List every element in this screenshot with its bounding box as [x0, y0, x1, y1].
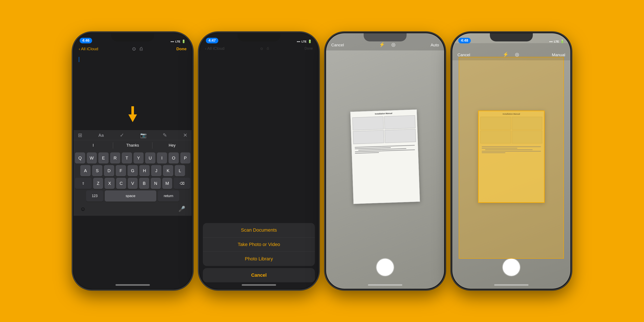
key-space[interactable]: space [105, 190, 156, 202]
phone-2: 4:47 ▪▪▪ LTE 🔋 ‹ All iCloud ⊙ ⎙ [199, 32, 319, 290]
key-x[interactable]: X [104, 178, 115, 189]
home-indicator-4 [494, 284, 528, 286]
key-a[interactable]: A [80, 165, 90, 176]
action-photo-library[interactable]: Photo Library [203, 252, 315, 266]
key-s[interactable]: S [92, 165, 102, 176]
phone-4: 4:48 ▪▪▪ LTE 🔋 Cancel ⚡ ◎ Manual [451, 32, 572, 290]
key-delete[interactable]: ⌫ [174, 178, 190, 189]
emoji-icon[interactable]: ☺ [80, 206, 86, 212]
camera-cancel-4[interactable]: Cancel [458, 52, 470, 57]
action-sheet: Scan Documents Take Photo or Video Photo… [203, 223, 315, 282]
filter-icon-4[interactable]: ◎ [515, 52, 519, 57]
all-icloud-label[interactable]: All iCloud [81, 46, 98, 51]
flash-icon-4[interactable]: ⚡ [503, 52, 508, 57]
battery-icon-4: 🔋 [560, 40, 564, 43]
key-k[interactable]: K [163, 165, 173, 176]
status-icons-4: ▪▪▪ LTE 🔋 [549, 40, 564, 43]
nav-icons-1: ⊙ ⎙ [132, 46, 142, 52]
time-1: 4:46 [80, 38, 92, 43]
key-b[interactable]: B [139, 178, 149, 189]
signal-icon-2: ▪▪▪ [297, 40, 300, 43]
table-icon[interactable]: ⊞ [78, 132, 82, 138]
key-e[interactable]: E [98, 152, 108, 164]
action-scan-documents[interactable]: Scan Documents [203, 223, 315, 238]
status-icons-1: ▪▪▪ LTE 🔋 [170, 40, 186, 43]
action-cancel-button[interactable]: Cancel [203, 268, 315, 282]
key-p[interactable]: P [180, 152, 190, 164]
key-123[interactable]: 123 [86, 190, 103, 202]
key-h[interactable]: H [139, 165, 150, 176]
nav-icons-2: ⊙ ⎙ [260, 46, 269, 51]
battery-icon-2: 🔋 [308, 40, 312, 43]
doc-container-3: Installation Manual [339, 59, 431, 254]
lte-icon-4: LTE [554, 40, 559, 43]
key-i[interactable]: I [157, 152, 167, 164]
close-toolbar-icon[interactable]: ✕ [183, 132, 188, 138]
checklist-icon[interactable]: ✓ [120, 132, 124, 138]
key-u[interactable]: U [145, 152, 156, 164]
camera-icons-3: ⚡ ◎ [379, 42, 396, 48]
predictive-bar: I Thanks Hey [74, 140, 192, 151]
phone1-screen: 4:46 ▪▪▪ LTE 🔋 ‹ All iCloud ⊙ ⎙ [74, 33, 192, 289]
nav-back-2: ‹ All iCloud [205, 46, 224, 51]
phone2-screen: 4:47 ▪▪▪ LTE 🔋 ‹ All iCloud ⊙ ⎙ [200, 33, 318, 289]
key-q[interactable]: Q [75, 152, 85, 164]
flash-icon-3[interactable]: ⚡ [379, 42, 385, 48]
action-sheet-main: Scan Documents Take Photo or Video Photo… [203, 223, 315, 266]
notes-content-1[interactable] [74, 55, 192, 65]
keyboard-row-2: A S D F G H J K L [75, 165, 190, 176]
camera-toolbar-icon[interactable]: 📷 [140, 132, 146, 138]
key-shift[interactable]: ⇧ [75, 178, 92, 189]
nav-back-1[interactable]: ‹ All iCloud [79, 46, 98, 51]
home-indicator-3 [368, 284, 402, 286]
camera-mode-3[interactable]: Auto [430, 43, 439, 48]
phones-container: 4:46 ▪▪▪ LTE 🔋 ‹ All iCloud ⊙ ⎙ [72, 32, 572, 290]
home-indicator-2 [242, 284, 276, 286]
key-r[interactable]: R [110, 152, 120, 164]
key-return[interactable]: return [158, 190, 179, 202]
chevron-left-icon: ‹ [79, 46, 80, 51]
shutter-container-4 [503, 259, 520, 276]
key-l[interactable]: L [175, 165, 185, 176]
predictive-thanks[interactable]: Thanks [113, 142, 153, 148]
camera-icons-4: ⚡ ◎ [503, 52, 519, 57]
emoji-bar: ☺ 🎤 [75, 203, 190, 214]
key-z[interactable]: Z [93, 178, 103, 189]
keyboard-toolbar: ⊞ Aa ✓ 📷 ✎ ✕ [74, 130, 192, 140]
key-c[interactable]: C [116, 178, 126, 189]
time-4: 4:48 [458, 38, 471, 43]
camera-mode-4[interactable]: Manual [552, 52, 565, 57]
key-m[interactable]: M [162, 178, 172, 189]
predictive-hey[interactable]: Hey [152, 142, 192, 148]
key-f[interactable]: F [116, 165, 126, 176]
phone3-screen: Cancel ⚡ ◎ Auto Installation Manual [326, 33, 444, 289]
headphone-icon[interactable]: ⊙ [132, 46, 136, 52]
signal-icon-4: ▪▪▪ [549, 40, 552, 43]
predictive-i[interactable]: I [74, 142, 113, 148]
camera-cancel-3[interactable]: Cancel [331, 43, 344, 48]
key-d[interactable]: D [104, 165, 114, 176]
pencil-icon[interactable]: ✎ [163, 132, 167, 138]
shutter-button-3[interactable] [376, 259, 394, 276]
filter-icon-3[interactable]: ◎ [391, 42, 396, 48]
key-g[interactable]: G [128, 165, 138, 176]
document-paper-3: Installation Manual [350, 110, 420, 204]
key-y[interactable]: Y [134, 152, 144, 164]
camera-top-bar-4: Cancel ⚡ ◎ Manual [452, 43, 570, 60]
key-n[interactable]: N [151, 178, 161, 189]
key-j[interactable]: J [151, 165, 162, 176]
key-o[interactable]: O [168, 152, 179, 164]
text-cursor [79, 57, 79, 62]
phone-1: 4:46 ▪▪▪ LTE 🔋 ‹ All iCloud ⊙ ⎙ [72, 32, 193, 290]
shutter-button-4[interactable] [503, 259, 520, 276]
format-icon[interactable]: Aa [98, 133, 104, 138]
mic-icon[interactable]: 🎤 [178, 206, 185, 212]
action-take-photo[interactable]: Take Photo or Video [203, 238, 315, 252]
battery-icon: 🔋 [182, 40, 186, 43]
share-icon[interactable]: ⎙ [140, 46, 142, 52]
keyboard-row-3: ⇧ Z X C V B N M ⌫ [75, 178, 190, 189]
key-t[interactable]: T [122, 152, 132, 164]
key-w[interactable]: W [87, 152, 97, 164]
done-button-1[interactable]: Done [176, 46, 187, 51]
key-v[interactable]: V [128, 178, 138, 189]
